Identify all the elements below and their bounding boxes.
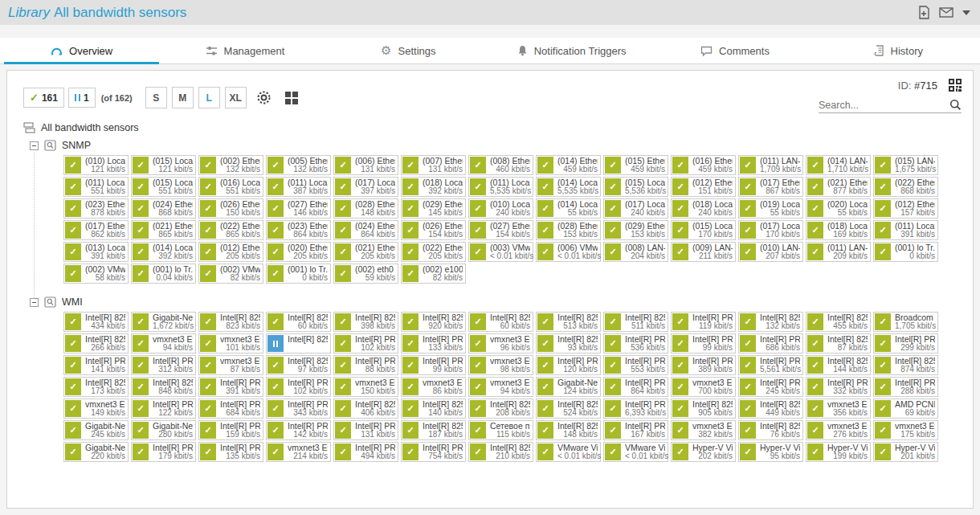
- sensor-tile[interactable]: ✓(011) LAN-...209 kbit/s: [806, 242, 871, 262]
- sensor-tile[interactable]: ✓Intel[R] 825...434 kbit/s: [63, 312, 129, 332]
- sensor-tile[interactable]: ✓Intel[R] PR...131 kbit/s: [333, 420, 398, 440]
- sensor-tile[interactable]: ✓Intel[R] PR...864 kbit/s: [603, 377, 668, 397]
- sensor-tile[interactable]: ✓vmxnet3 Et...96 kbit/s: [468, 333, 533, 354]
- sensor-tile[interactable]: ✓Gigabit-Net...280 kbit/s: [131, 420, 196, 440]
- sensor-tile[interactable]: ✓(003) VMw...< 0.01 kbit/s: [468, 242, 533, 262]
- sensor-tile[interactable]: ✓Hyper-V Vir...199 kbit/s: [806, 442, 871, 462]
- sensor-tile[interactable]: ✓(002) VMw...58 kbit/s: [63, 264, 129, 284]
- sensor-tile[interactable]: ✓Intel[R] PR...141 kbit/s: [63, 355, 129, 375]
- sensor-tile[interactable]: ✓Intel[R] PR...6,393 kbit/s: [603, 399, 668, 419]
- sensor-tile[interactable]: ✓Gigabit-Net...220 kbit/s: [63, 442, 129, 462]
- sensor-tile[interactable]: ✓Intel[R] PR...120 kbit/s: [536, 355, 601, 375]
- sensor-tile[interactable]: ✓Intel[R] 825...905 kbit/s: [671, 399, 736, 419]
- sensor-tile[interactable]: ✓(022) Ether...205 kbit/s: [401, 242, 466, 262]
- sensor-tile[interactable]: ✓Intel[R] 825...210 kbit/s: [468, 442, 533, 462]
- sensor-tile[interactable]: ✓(011) Local...551 kbit/s: [63, 177, 129, 197]
- sensor-tile[interactable]: ✓(026) Ether...154 kbit/s: [401, 220, 466, 240]
- sensor-tile[interactable]: ✓Intel[R] PR...686 kbit/s: [738, 333, 803, 354]
- sensor-tile[interactable]: ✓Intel[R] PR...332 kbit/s: [806, 377, 871, 397]
- sensor-tile[interactable]: ✓(017) Local...397 kbit/s: [333, 177, 398, 197]
- sensor-tile[interactable]: ✓(014) Ether...459 kbit/s: [536, 155, 601, 175]
- collapse-toggle-icon[interactable]: [30, 298, 39, 307]
- sensor-tile[interactable]: ✓(012) Ether...151 kbit/s: [671, 177, 736, 197]
- sensor-tile[interactable]: ✓(028) Ether...153 kbit/s: [536, 220, 601, 240]
- sensor-tile[interactable]: ✓Intel[R] PR...391 kbit/s: [198, 377, 263, 397]
- sensor-tile[interactable]: ✓Intel[R] 825...87 kbit/s: [806, 333, 871, 354]
- sensor-tile[interactable]: ✓(012) Ether...205 kbit/s: [198, 242, 263, 262]
- sensor-tile[interactable]: ✓vmxnet3 Et...175 kbit/s: [873, 420, 938, 440]
- sensor-tile[interactable]: ✓(011) LAN-...1,709 kbit/s: [738, 155, 803, 175]
- sensor-tile[interactable]: ✓Intel[R] 825...148 kbit/s: [536, 420, 601, 440]
- tab-history[interactable]: History: [817, 38, 980, 63]
- sensor-tile[interactable]: ✓Intel[R] PR...179 kbit/s: [131, 442, 196, 462]
- sensor-tile[interactable]: ✓vmxnet3 Et...356 kbit/s: [806, 399, 871, 419]
- sensor-tile[interactable]: ✓Intel[R] PR...99 kbit/s: [671, 333, 736, 354]
- sensor-tile[interactable]: ✓Intel[R] PR...299 kbit/s: [873, 333, 938, 354]
- add-document-icon[interactable]: [918, 6, 930, 19]
- sensor-tile[interactable]: ✓VMware Vi...< 0.01 kbit/s: [536, 442, 601, 462]
- size-button-s[interactable]: S: [145, 87, 167, 108]
- sensor-tile[interactable]: ✓Intel[R] PR...553 kbit/s: [603, 355, 668, 375]
- tab-settings[interactable]: ⚙ Settings: [327, 38, 490, 63]
- sensor-tile[interactable]: ✓Broadcom ...1,705 kbit/s: [873, 312, 938, 332]
- sensor-tile[interactable]: ✓(029) Ether...153 kbit/s: [603, 220, 668, 240]
- sensor-tile[interactable]: ✓Intel[R] 825...132 kbit/s: [738, 312, 803, 332]
- sensor-tile[interactable]: ✓vmxnet3 Et...150 kbit/s: [333, 377, 398, 397]
- sensor-tile[interactable]: ✓(008) Ether...460 kbit/s: [468, 155, 533, 175]
- sensor-tile[interactable]: ✓(002) eth0 ...59 kbit/s: [333, 264, 398, 284]
- sensor-tile[interactable]: ✓Intel[R] 825...144 kbit/s: [806, 355, 871, 375]
- sensor-tile[interactable]: ✓(010) LAN-...207 kbit/s: [738, 242, 803, 262]
- search-input[interactable]: [819, 100, 949, 111]
- sensor-tile[interactable]: ✓Intel[R] 825...76 kbit/s: [738, 420, 803, 440]
- sensor-tile[interactable]: ✓Intel[R] 825...93 kbit/s: [536, 333, 601, 354]
- sensor-tile[interactable]: ✓Intel[R] PR...684 kbit/s: [198, 399, 263, 419]
- size-button-l[interactable]: L: [198, 87, 220, 108]
- up-sensors-filter[interactable]: ✓ 161: [23, 88, 64, 108]
- tab-comments[interactable]: Comments: [653, 38, 816, 63]
- sensor-tile[interactable]: ✓Intel[R] 825...140 kbit/s: [401, 399, 466, 419]
- sensor-tile[interactable]: ✓(013) Local...391 kbit/s: [63, 242, 129, 262]
- sensor-tile[interactable]: ✓(010) Local...240 kbit/s: [468, 198, 533, 219]
- sensor-tile[interactable]: ✓Intel[R] PR...142 kbit/s: [266, 420, 331, 440]
- sensor-tile[interactable]: ✓(001) lo Tr...0 kbit/s: [873, 242, 938, 262]
- sensor-tile[interactable]: ✓Intel[R] PR...167 kbit/s: [603, 420, 668, 440]
- sensor-tile[interactable]: ✓(020) Ether...205 kbit/s: [266, 242, 331, 262]
- sensor-tile[interactable]: ✓Intel[R] PR...245 kbit/s: [738, 377, 803, 397]
- sensor-tile[interactable]: ✓Intel[R] PR...536 kbit/s: [603, 333, 668, 354]
- sensor-tile[interactable]: ✓Hyper-V Vir...95 kbit/s: [738, 442, 803, 462]
- sensor-tile[interactable]: ✓Intel[R] PR...389 kbit/s: [671, 355, 736, 375]
- paused-sensors-filter[interactable]: 1: [68, 88, 96, 108]
- search-icon[interactable]: [949, 99, 962, 111]
- sensor-tile[interactable]: ✓(027) Ether...146 kbit/s: [266, 198, 331, 219]
- sensor-tile[interactable]: ✓Intel[R] 825...455 kbit/s: [806, 312, 871, 332]
- tab-overview[interactable]: Overview: [0, 38, 163, 63]
- sensor-tile[interactable]: ✓Intel[R] 825...524 kbit/s: [536, 399, 601, 419]
- sensor-tile[interactable]: ✓vmxnet3 Et...86 kbit/s: [401, 377, 466, 397]
- sensor-tile[interactable]: ✓(002) Ether...132 kbit/s: [198, 155, 263, 175]
- sensor-tile[interactable]: ✓(021) Ether...205 kbit/s: [333, 242, 398, 262]
- sensor-tile[interactable]: ✓(022) Ether...865 kbit/s: [198, 220, 263, 240]
- sensor-tile[interactable]: ✓(029) Ether...145 kbit/s: [401, 198, 466, 219]
- sensor-tile[interactable]: ✓(017) Local...170 kbit/s: [738, 220, 803, 240]
- sensor-tile[interactable]: ✓vmxnet3 Et...94 kbit/s: [131, 333, 196, 354]
- sensor-tile[interactable]: ✓(006) Ether...131 kbit/s: [333, 155, 398, 175]
- sensor-tile[interactable]: ✓vmxnet3 Et...700 kbit/s: [671, 377, 736, 397]
- sensor-tile[interactable]: ✓(014) Local...55 kbit/s: [536, 198, 601, 219]
- sensor-tile[interactable]: ✓Intel[R] PR...119 kbit/s: [671, 312, 736, 332]
- sensor-tile[interactable]: ✓Intel[R] PR...312 kbit/s: [131, 355, 196, 375]
- sensor-tile[interactable]: ✓(028) Ether...148 kbit/s: [333, 198, 398, 219]
- sensor-tile[interactable]: ✓Intel[R] 825...874 kbit/s: [873, 355, 938, 375]
- sensor-tile[interactable]: ✓Hyper-V Vir...202 kbit/s: [671, 442, 736, 462]
- sensor-tile[interactable]: ✓Intel[R] PR...135 kbit/s: [198, 442, 263, 462]
- sensor-tile[interactable]: ✓Gigabit-Net...124 kbit/s: [536, 377, 601, 397]
- sensor-tile-paused[interactable]: Intel[R] 825...: [266, 333, 331, 354]
- sensor-tile[interactable]: ✓(018) Local...169 kbit/s: [806, 220, 871, 240]
- library-root-node[interactable]: All bandwidth sensors: [23, 122, 973, 133]
- sensor-tile[interactable]: ✓(002) e100...82 kbit/s: [401, 264, 466, 284]
- sensor-tile[interactable]: ✓Intel[R] PR...102 kbit/s: [333, 333, 398, 354]
- sensor-tile[interactable]: ✓Сетевое п...115 kbit/s: [468, 420, 533, 440]
- sensor-tile[interactable]: ✓Intel[R] 825...266 kbit/s: [63, 333, 129, 354]
- sensor-tile[interactable]: ✓(024) Ether...864 kbit/s: [333, 220, 398, 240]
- sensor-tile[interactable]: ✓(014) Local...5,535 kbit/s: [536, 177, 601, 197]
- sensor-tile[interactable]: ✓(016) Local...551 kbit/s: [198, 177, 263, 197]
